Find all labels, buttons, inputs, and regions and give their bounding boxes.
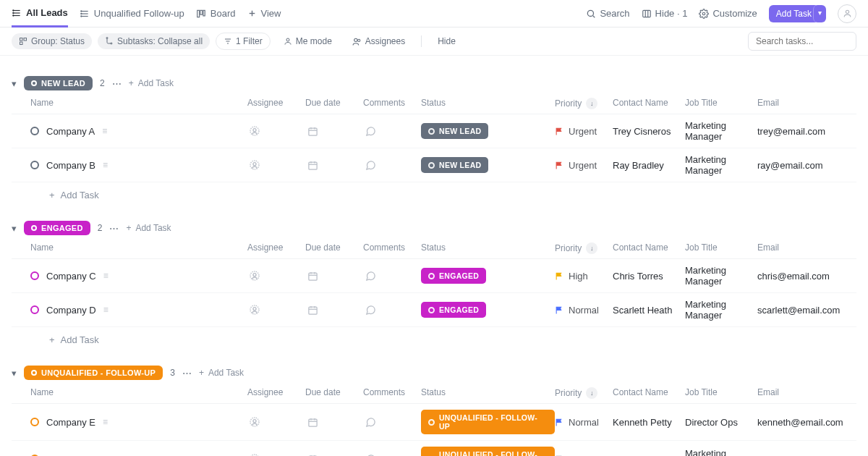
tab-unqualified-follow-up[interactable]: Unqualified Follow-up bbox=[80, 0, 184, 27]
col-name[interactable]: Name bbox=[30, 387, 247, 399]
assignee-cell[interactable] bbox=[247, 453, 262, 456]
col-contact[interactable]: Contact Name bbox=[613, 98, 685, 109]
col-due[interactable]: Due date bbox=[305, 242, 363, 254]
col-status[interactable]: Status bbox=[421, 387, 555, 399]
tab-view[interactable]: View bbox=[247, 0, 281, 27]
status-badge[interactable]: NEW LEAD bbox=[421, 123, 488, 139]
status-badge[interactable]: ENGAGED bbox=[421, 302, 486, 318]
task-row[interactable]: Company F ≡ UNQUALIFIED - FOLLOW-UP Low … bbox=[12, 441, 856, 456]
col-assignee[interactable]: Assignee bbox=[247, 387, 305, 399]
group-collapse-toggle[interactable]: ▾ bbox=[12, 223, 17, 234]
task-status-ring-icon[interactable] bbox=[30, 127, 39, 135]
task-row[interactable]: Company C ≡ ENGAGED High Chris Torres Ma… bbox=[12, 259, 856, 293]
col-status[interactable]: Status bbox=[421, 98, 555, 109]
task-status-ring-icon[interactable] bbox=[30, 418, 39, 426]
filter-pill[interactable]: 1 Filter bbox=[216, 33, 271, 50]
group-collapse-toggle[interactable]: ▾ bbox=[12, 78, 17, 89]
group-menu-button[interactable]: ⋯ bbox=[182, 368, 192, 379]
col-due[interactable]: Due date bbox=[305, 387, 363, 399]
col-name[interactable]: Name bbox=[30, 98, 247, 109]
assignee-cell[interactable] bbox=[247, 270, 262, 282]
tab-board[interactable]: Board bbox=[196, 0, 236, 27]
col-comments[interactable]: Comments bbox=[363, 98, 421, 109]
group-status-chip[interactable]: ENGAGED bbox=[24, 221, 90, 235]
group-menu-button[interactable]: ⋯ bbox=[112, 78, 122, 89]
due-date-cell[interactable] bbox=[305, 126, 320, 137]
col-job[interactable]: Job Title bbox=[685, 98, 757, 109]
group-collapse-toggle[interactable]: ▾ bbox=[12, 368, 17, 379]
col-email[interactable]: Email bbox=[757, 242, 866, 254]
add-task-primary-button[interactable]: Add Task bbox=[769, 5, 819, 22]
drag-handle-icon[interactable]: ≡ bbox=[103, 417, 108, 427]
col-job[interactable]: Job Title bbox=[685, 242, 757, 254]
task-status-ring-icon[interactable] bbox=[30, 305, 39, 314]
col-name[interactable]: Name bbox=[30, 242, 247, 254]
col-assignee[interactable]: Assignee bbox=[247, 242, 305, 254]
task-row[interactable]: Company E ≡ UNQUALIFIED - FOLLOW-UP Norm… bbox=[12, 404, 856, 441]
search-tasks-input[interactable] bbox=[748, 32, 856, 51]
due-date-cell[interactable] bbox=[305, 271, 320, 282]
col-priority[interactable]: Priority↓ bbox=[555, 98, 613, 109]
task-status-ring-icon[interactable] bbox=[30, 271, 39, 280]
assignee-cell[interactable] bbox=[247, 304, 262, 316]
status-badge[interactable]: ENGAGED bbox=[421, 268, 486, 284]
col-priority[interactable]: Priority↓ bbox=[555, 242, 613, 254]
assignees-pill[interactable]: Assignees bbox=[345, 33, 412, 49]
assignee-cell[interactable] bbox=[247, 416, 262, 428]
drag-handle-icon[interactable]: ≡ bbox=[103, 160, 108, 170]
due-date-cell[interactable] bbox=[305, 160, 320, 171]
tab-all-leads[interactable]: All Leads bbox=[12, 1, 68, 28]
me-mode-pill[interactable]: Me mode bbox=[276, 33, 339, 49]
user-avatar[interactable] bbox=[838, 4, 856, 23]
status-badge[interactable]: UNQUALIFIED - FOLLOW-UP bbox=[421, 447, 555, 456]
assignee-cell[interactable] bbox=[247, 125, 262, 137]
group-add-task-button[interactable]: +Add Task bbox=[199, 368, 244, 378]
task-status-ring-icon[interactable] bbox=[30, 161, 39, 169]
col-contact[interactable]: Contact Name bbox=[613, 387, 685, 399]
status-badge[interactable]: NEW LEAD bbox=[421, 157, 488, 173]
comments-cell[interactable] bbox=[363, 305, 378, 316]
priority-cell[interactable]: Urgent bbox=[555, 160, 613, 171]
group-menu-button[interactable]: ⋯ bbox=[109, 223, 119, 234]
group-status-chip[interactable]: UNQUALIFIED - FOLLOW-UP bbox=[24, 366, 163, 380]
status-badge[interactable]: UNQUALIFIED - FOLLOW-UP bbox=[421, 410, 555, 434]
col-email[interactable]: Email bbox=[757, 387, 866, 399]
group-add-task-button[interactable]: +Add Task bbox=[126, 223, 171, 233]
drag-handle-icon[interactable]: ≡ bbox=[103, 271, 109, 281]
due-date-cell[interactable] bbox=[305, 305, 320, 316]
col-comments[interactable]: Comments bbox=[363, 242, 421, 254]
due-date-cell[interactable] bbox=[305, 417, 320, 428]
group-pill[interactable]: Group: Status bbox=[12, 33, 92, 49]
add-task-row[interactable]: +Add Task bbox=[12, 327, 856, 352]
col-priority[interactable]: Priority↓ bbox=[555, 387, 613, 399]
assignee-cell[interactable] bbox=[247, 159, 262, 171]
group-status-chip[interactable]: NEW LEAD bbox=[24, 76, 93, 90]
col-assignee[interactable]: Assignee bbox=[247, 98, 305, 109]
col-email[interactable]: Email bbox=[757, 98, 866, 109]
col-due[interactable]: Due date bbox=[305, 98, 363, 109]
col-job[interactable]: Job Title bbox=[685, 387, 757, 399]
search-button[interactable]: Search bbox=[586, 8, 629, 19]
add-task-row[interactable]: +Add Task bbox=[12, 182, 856, 208]
priority-cell[interactable]: Urgent bbox=[555, 126, 613, 137]
task-row[interactable]: Company D ≡ ENGAGED Normal Scarlett Heat… bbox=[12, 293, 856, 327]
due-date-cell[interactable] bbox=[305, 454, 320, 457]
priority-cell[interactable]: High bbox=[555, 271, 613, 282]
task-row[interactable]: Company B ≡ NEW LEAD Urgent Ray Bradley … bbox=[12, 148, 856, 182]
hide-pill[interactable]: Hide bbox=[430, 33, 463, 49]
drag-handle-icon[interactable]: ≡ bbox=[102, 126, 107, 136]
col-comments[interactable]: Comments bbox=[363, 387, 421, 399]
subtasks-pill[interactable]: Subtasks: Collapse all bbox=[98, 33, 210, 49]
comments-cell[interactable] bbox=[363, 126, 378, 137]
task-row[interactable]: Company A ≡ NEW LEAD Urgent Trey Cisnero… bbox=[12, 114, 856, 148]
col-status[interactable]: Status bbox=[421, 242, 555, 254]
col-contact[interactable]: Contact Name bbox=[613, 242, 685, 254]
group-add-task-button[interactable]: +Add Task bbox=[129, 78, 174, 88]
comments-cell[interactable] bbox=[363, 417, 378, 428]
drag-handle-icon[interactable]: ≡ bbox=[103, 305, 109, 315]
hide-count-button[interactable]: Hide · 1 bbox=[642, 8, 688, 19]
add-task-dropdown-button[interactable]: ▾ bbox=[813, 5, 826, 22]
comments-cell[interactable] bbox=[363, 271, 378, 282]
comments-cell[interactable] bbox=[363, 160, 378, 171]
comments-cell[interactable] bbox=[363, 454, 378, 457]
